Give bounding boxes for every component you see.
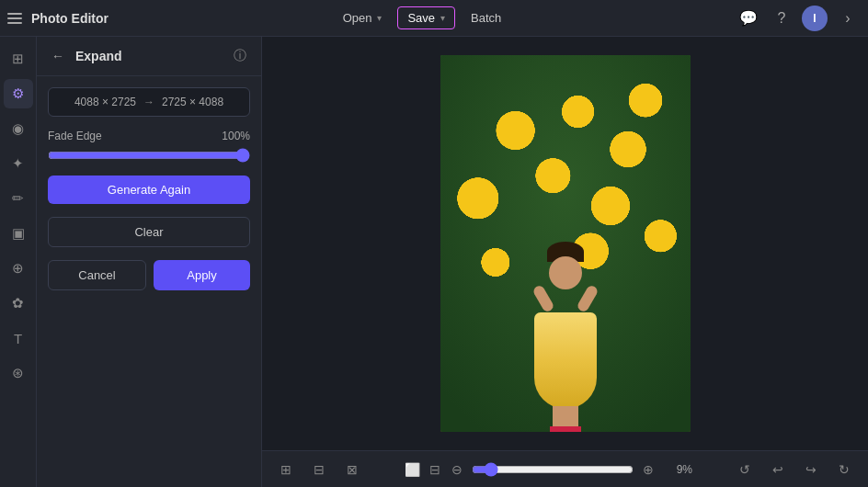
fade-edge-slider[interactable] [48,148,250,163]
generate-again-button[interactable]: Generate Again [48,176,250,204]
sidebar-icon-text[interactable]: T [4,323,33,353]
sidebar-icon-stamp[interactable]: ⊛ [4,358,33,388]
arrow-icon: → [143,96,154,108]
panel-header: ← Expand ⓘ [37,37,261,76]
zoom-percent: 9% [663,463,692,476]
history-icon[interactable]: ↻ [831,457,857,482]
topbar-left: Photo Editor [7,9,108,28]
avatar[interactable]: I [802,6,828,31]
panel-body: 4088 × 2725 → 2725 × 4088 Fade Edge 100%… [37,76,261,301]
photo-frame [440,55,691,432]
dress [534,312,597,409]
canvas-view[interactable] [262,37,868,450]
sidebar-icon-brush[interactable]: ✏ [4,184,33,213]
head [549,256,582,289]
main: ⊞ ⚙ ◉ ✦ ✏ ▣ ⊕ ✿ T ⊛ ← Expand ⓘ 4088 × 27… [0,37,868,487]
fade-edge-label: Fade Edge [48,130,102,142]
dimension-box: 4088 × 2725 → 2725 × 4088 [48,87,250,117]
zoom-out-icon[interactable]: ⊖ [450,457,464,482]
sidebar-icon-magic[interactable]: ✦ [4,149,33,178]
clear-button[interactable]: Clear [48,217,250,247]
action-row: Cancel Apply [48,260,250,290]
topbar-right: 💬 ? I › [736,6,861,31]
actual-size-icon[interactable]: ⊟ [428,457,442,482]
back-button[interactable]: ← [48,46,68,66]
topbar-center: Open ▾ Save ▾ Batch [108,6,736,29]
sidebar-icon-eye[interactable]: ◉ [4,114,33,143]
info-button[interactable]: ⓘ [230,46,250,66]
right-arm [576,284,599,313]
dimension-to: 2725 × 4088 [162,96,223,108]
panel-title: Expand [75,49,223,63]
bottom-right: ↺ ↩ ↪ ↻ [732,457,857,482]
icon-sidebar: ⊞ ⚙ ◉ ✦ ✏ ▣ ⊕ ✿ T ⊛ [0,37,37,487]
more-button[interactable]: › [835,6,861,31]
sidebar-icon-group[interactable]: ⊕ [4,254,33,283]
open-chevron-icon: ▾ [377,13,382,23]
crop-bottom-icon[interactable]: ⊟ [306,457,332,482]
apply-button[interactable]: Apply [154,260,250,290]
open-button[interactable]: Open ▾ [333,6,393,29]
photo-container [440,55,691,432]
save-button[interactable]: Save ▾ [397,6,455,29]
zoom-slider[interactable] [472,462,634,477]
expand-panel: ← Expand ⓘ 4088 × 2725 → 2725 × 4088 Fad… [37,37,262,487]
sidebar-icon-overlay[interactable]: ▣ [4,219,33,248]
sidebar-icon-layers[interactable]: ⊞ [4,44,33,74]
fit-icon[interactable]: ⬜ [405,457,420,482]
app-title: Photo Editor [31,11,108,26]
fade-edge-row: Fade Edge 100% [48,130,250,163]
sidebar-icon-effects[interactable]: ✿ [4,289,33,318]
help-button[interactable]: ? [769,6,794,31]
photo-background [440,55,691,432]
undo-icon[interactable]: ↩ [765,457,791,482]
bottom-center: ⬜ ⊟ ⊖ ⊕ 9% [405,457,692,482]
topbar: Photo Editor Open ▾ Save ▾ Batch 💬 ? I › [0,0,868,37]
zoom-in-icon[interactable]: ⊕ [641,457,656,482]
left-arm [531,284,554,313]
bottom-left: ⊞ ⊟ ⊠ [273,457,365,482]
sidebar-icon-adjustments[interactable]: ⚙ [4,79,33,108]
grid-bottom-icon[interactable]: ⊠ [339,457,365,482]
fade-label-row: Fade Edge 100% [48,130,250,142]
chat-button[interactable]: 💬 [736,6,761,31]
canvas-area: ⊞ ⊟ ⊠ ⬜ ⊟ ⊖ ⊕ 9% ↺ ↩ ↪ ↻ [262,37,868,487]
menu-icon[interactable] [7,9,26,28]
layers-bottom-icon[interactable]: ⊞ [273,457,299,482]
batch-button[interactable]: Batch [461,6,511,29]
save-chevron-icon: ▾ [440,13,445,23]
shoes [550,426,581,432]
bottom-bar: ⊞ ⊟ ⊠ ⬜ ⊟ ⊖ ⊕ 9% ↺ ↩ ↪ ↻ [262,450,868,487]
dimension-from: 4088 × 2725 [74,96,136,108]
refresh-icon[interactable]: ↺ [732,457,758,482]
redo-icon[interactable]: ↪ [798,457,824,482]
cancel-button[interactable]: Cancel [48,260,146,290]
fade-edge-value: 100% [222,130,250,142]
